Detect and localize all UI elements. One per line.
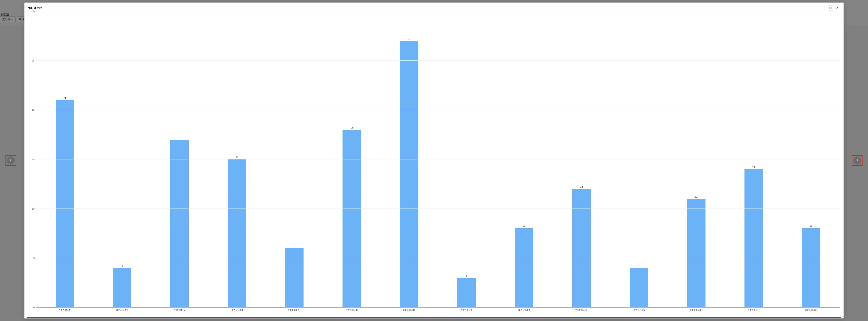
- bar: 6: [285, 248, 304, 307]
- bar-value-label: 17: [178, 136, 181, 139]
- grid-line: [36, 11, 840, 11]
- x-tick: 2022-05-02: [438, 308, 495, 311]
- page-indicator[interactable]: [409, 316, 412, 316]
- bar-value-label: 4: [121, 264, 123, 267]
- x-tick: 2022-04-29: [266, 308, 323, 311]
- bar: 3: [457, 278, 476, 308]
- close-icon: [836, 6, 838, 10]
- bar-slot: 4: [93, 11, 151, 307]
- x-tick: 2022-04-27: [151, 308, 208, 311]
- pagination: [28, 316, 840, 316]
- bar-slot: 27: [380, 11, 438, 307]
- y-tick: 10: [32, 207, 35, 210]
- bar: 8: [515, 228, 533, 307]
- fullscreen-button[interactable]: [828, 5, 833, 10]
- bar: 15: [228, 159, 246, 308]
- chevron-left-icon: [9, 158, 12, 163]
- bar-slot: 8: [782, 11, 840, 307]
- y-tick: 20: [32, 109, 35, 111]
- x-axis: 2022-04-252022-04-262022-04-272022-04-28…: [36, 308, 840, 311]
- bar-value-label: 6: [294, 245, 295, 247]
- modal-header: 每日开团数: [28, 5, 840, 10]
- bar-slot: 14: [725, 11, 782, 307]
- bar: 21: [56, 100, 74, 308]
- bar: 11: [687, 199, 706, 307]
- bar: 18: [343, 130, 361, 307]
- bar: 4: [630, 268, 648, 307]
- bar-value-label: 8: [810, 225, 812, 227]
- bar-value-label: 3: [466, 275, 467, 277]
- page-indicator[interactable]: [460, 316, 464, 316]
- bar-value-label: 27: [408, 38, 410, 40]
- x-tick: 2022-04-30: [323, 308, 380, 311]
- x-tick: 2022-05-08: [782, 308, 840, 311]
- x-tick: 2022-04-25: [36, 308, 93, 311]
- close-button[interactable]: [835, 5, 840, 10]
- page-indicator[interactable]: [414, 316, 417, 316]
- bar-slot: 8: [495, 11, 553, 307]
- page-indicator[interactable]: [428, 316, 431, 316]
- chevron-right-icon: [856, 158, 859, 163]
- x-tick: 2022-05-04: [553, 308, 610, 311]
- bar-slot: 18: [323, 11, 380, 307]
- bar-slot: 3: [438, 11, 495, 307]
- page-indicator[interactable]: [418, 316, 422, 316]
- chart-modal: 每日开团数 051015202530 214171561827381241114…: [25, 3, 843, 318]
- x-tick: 2022-05-07: [725, 308, 782, 311]
- bar: 14: [744, 169, 763, 307]
- page-indicator[interactable]: [442, 316, 445, 316]
- expand-icon: [829, 6, 832, 10]
- bar-slot: 4: [610, 11, 668, 307]
- y-tick: 5: [33, 257, 35, 259]
- bar-value-label: 18: [350, 126, 353, 129]
- x-tick: 2022-04-28: [208, 308, 266, 311]
- plot-area: 2141715618273812411148: [36, 11, 840, 308]
- bar-slot: 11: [668, 11, 725, 307]
- y-tick: 15: [32, 158, 35, 161]
- carousel-next-button[interactable]: [853, 157, 861, 164]
- bar-value-label: 14: [752, 166, 755, 168]
- bar-slot: 12: [553, 11, 610, 307]
- page-indicator[interactable]: [423, 316, 426, 316]
- y-tick: 30: [32, 10, 35, 13]
- bar-value-label: 11: [695, 195, 698, 198]
- bar: 12: [572, 189, 591, 307]
- y-axis: 051015202530: [28, 11, 36, 308]
- page-indicator[interactable]: [437, 316, 440, 316]
- x-tick: 2022-05-06: [668, 308, 725, 311]
- y-tick: 0: [33, 306, 35, 309]
- grid-line: [36, 60, 840, 61]
- bar-value-label: 12: [580, 186, 583, 188]
- x-tick: 2022-04-26: [93, 308, 151, 311]
- bar: 17: [170, 140, 189, 307]
- page-indicator[interactable]: [404, 316, 408, 316]
- x-tick: 2022-05-03: [495, 308, 553, 311]
- grid-line: [36, 258, 840, 258]
- bar-value-label: 15: [236, 156, 238, 159]
- page-indicator[interactable]: [456, 316, 459, 316]
- bar-slot: 21: [36, 11, 93, 307]
- bar: 4: [113, 268, 131, 307]
- bar-slot: 15: [208, 11, 266, 307]
- y-tick: 25: [32, 59, 35, 62]
- modal-title: 每日开团数: [28, 6, 42, 10]
- page-indicator[interactable]: [432, 316, 436, 316]
- bar-value-label: 4: [638, 264, 640, 267]
- bar-value-label: 21: [63, 97, 66, 99]
- x-tick: 2022-05-01: [380, 308, 438, 311]
- page-indicator[interactable]: [446, 316, 450, 316]
- x-tick: 2022-05-05: [610, 308, 667, 311]
- carousel-prev-button[interactable]: [7, 157, 15, 164]
- bar-slot: 6: [266, 11, 323, 307]
- bar-value-label: 8: [523, 225, 525, 227]
- page-indicator[interactable]: [451, 316, 454, 316]
- bar: 8: [802, 228, 820, 307]
- grid-line: [36, 208, 840, 209]
- bar-slot: 17: [151, 11, 208, 307]
- bar: 27: [400, 41, 418, 308]
- chart: 051015202530 2141715618273812411148 2022…: [28, 11, 840, 316]
